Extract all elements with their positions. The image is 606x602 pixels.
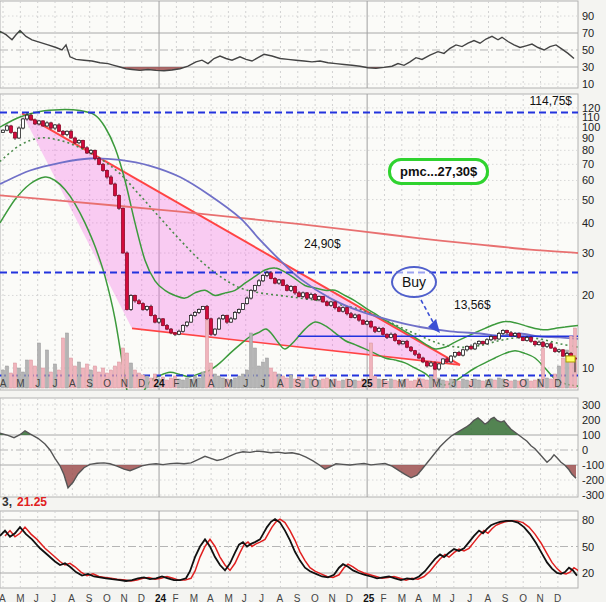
month-label: D <box>138 378 145 389</box>
volume-bar <box>42 368 45 388</box>
volume-bar <box>186 378 189 388</box>
candle-body <box>346 308 349 314</box>
candle-body <box>238 309 241 312</box>
candle-body <box>74 138 77 143</box>
candle-body <box>546 344 549 347</box>
stochastic-panel <box>0 511 578 588</box>
axis-tick-label: 300 <box>582 399 600 411</box>
candle-body <box>526 337 529 340</box>
axis-tick-label: 50 <box>582 194 594 206</box>
volume-bar <box>290 375 293 388</box>
axis-tick-label: 70 <box>582 27 594 39</box>
candle-body <box>266 273 269 276</box>
candle-body <box>138 301 141 304</box>
last-price-marker[interactable] <box>566 356 575 362</box>
volume-bar <box>198 378 201 388</box>
candle-body <box>42 121 45 126</box>
month-label: S <box>86 378 93 389</box>
pmc-price-badge[interactable]: pmc...27,30$ <box>388 158 489 185</box>
bottom-month-label: F <box>172 593 178 602</box>
volume-bar <box>146 376 149 388</box>
month-label: S <box>294 378 301 389</box>
candle-body <box>58 125 61 131</box>
volume-bar <box>494 380 497 388</box>
volume-bar <box>426 380 429 388</box>
volume-bar <box>498 378 501 388</box>
volume-bar <box>62 338 65 388</box>
bottom-month-label: S <box>86 593 93 602</box>
candle-body <box>270 273 273 279</box>
month-label: F <box>381 378 387 389</box>
candle-body <box>482 341 485 343</box>
candle-body <box>150 306 153 315</box>
support-1356-label[interactable]: 13,56$ <box>454 299 491 311</box>
volume-bar <box>374 376 377 388</box>
bottom-month-label: J <box>450 593 455 602</box>
bottom-month-label: S <box>294 593 301 602</box>
volume-bar <box>550 379 553 388</box>
month-label: J <box>53 378 58 389</box>
candle-body <box>538 342 541 344</box>
month-label: D <box>346 378 353 389</box>
candle-body <box>6 126 9 130</box>
candle-body <box>554 348 557 352</box>
candle-body <box>174 333 177 335</box>
candle-body <box>474 344 477 349</box>
volume-bar <box>250 333 253 388</box>
stochastic-settings-label: 3,21.25 <box>2 496 47 508</box>
bottom-month-label: A <box>485 593 492 602</box>
volume-bar <box>218 376 221 388</box>
candle-body <box>530 337 533 341</box>
candle-body <box>430 363 433 366</box>
bottom-month-label: S <box>502 593 509 602</box>
buy-annotation[interactable]: Buy <box>391 266 437 298</box>
candle-body <box>214 329 217 334</box>
volume-bar <box>114 366 117 388</box>
candle-body <box>14 132 17 138</box>
month-label: J <box>35 378 40 389</box>
candle-body <box>250 290 253 298</box>
bottom-month-label: 24 <box>155 593 166 602</box>
month-label: 24 <box>153 378 165 389</box>
candle-body <box>342 308 345 312</box>
candle-body <box>154 316 157 323</box>
candle-body <box>22 119 25 128</box>
candle-body <box>114 184 117 195</box>
candle-body <box>542 342 545 346</box>
bottom-month-label: O <box>519 593 527 602</box>
candle-body <box>450 356 453 362</box>
axis-tick-label: 30 <box>582 61 594 73</box>
volume-bar <box>394 380 397 388</box>
candle-body <box>90 150 93 153</box>
candle-body <box>26 115 29 119</box>
month-label: A <box>485 378 492 389</box>
month-label: J <box>451 378 456 389</box>
candle-body <box>162 319 165 326</box>
candle-body <box>314 294 317 299</box>
volume-bar <box>286 378 289 388</box>
resistance-114-label[interactable]: 114,75$ <box>508 95 572 107</box>
candle-body <box>458 352 461 355</box>
volume-bar <box>446 381 449 388</box>
resistance-2490-label[interactable]: 24,90$ <box>304 238 341 250</box>
candle-body <box>122 208 125 253</box>
bottom-month-label: M <box>16 593 24 602</box>
volume-bar <box>234 378 237 388</box>
candle-body <box>274 279 277 284</box>
candle-body <box>234 312 237 318</box>
candle-body <box>146 306 149 309</box>
candle-body <box>466 346 469 349</box>
bottom-month-label: J <box>51 593 56 602</box>
volume-bar <box>378 379 381 388</box>
volume-bar <box>458 381 461 388</box>
candle-body <box>210 319 213 334</box>
volume-bar <box>514 380 517 388</box>
month-label: N <box>329 378 336 389</box>
candle-body <box>478 341 481 343</box>
candle-body <box>494 337 497 339</box>
volume-bar <box>546 378 549 388</box>
candle-body <box>230 319 233 322</box>
stock-chart-canvas[interactable]: 9070503010AMJJASOND24FMAMJJASOND25FMAMJJ… <box>0 0 606 602</box>
bottom-month-label: J <box>467 593 472 602</box>
volume-bar <box>202 372 205 388</box>
